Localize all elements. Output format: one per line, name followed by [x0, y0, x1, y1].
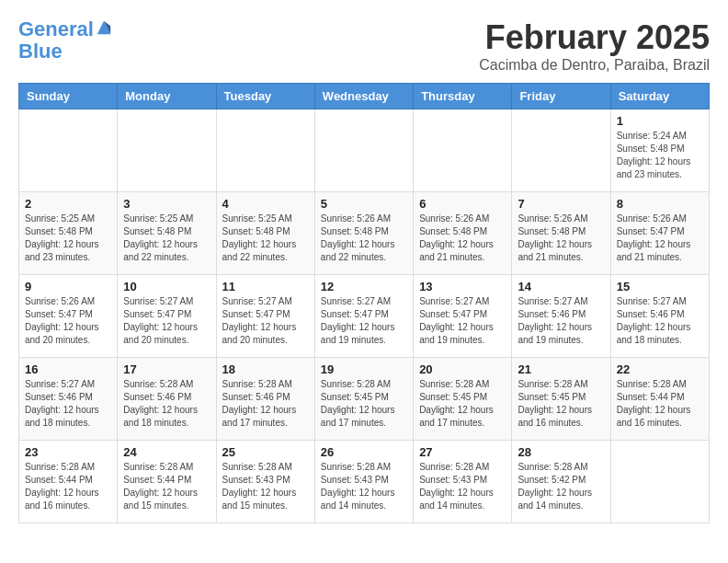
day-number: 24: [123, 445, 210, 459]
day-info: Sunrise: 5:25 AM Sunset: 5:48 PM Dayligh…: [123, 213, 210, 264]
day-of-week-header: Tuesday: [216, 84, 314, 109]
day-info: Sunrise: 5:28 AM Sunset: 5:45 PM Dayligh…: [321, 378, 407, 430]
calendar-cell: 19Sunrise: 5:28 AM Sunset: 5:45 PM Dayli…: [314, 358, 413, 441]
day-info: Sunrise: 5:26 AM Sunset: 5:47 PM Dayligh…: [617, 213, 703, 264]
day-of-week-header: Sunday: [19, 84, 118, 109]
calendar-cell: [512, 109, 610, 192]
day-number: 19: [321, 362, 407, 376]
location-title: Cacimba de Dentro, Paraiba, Brazil: [479, 57, 710, 74]
day-of-week-header: Monday: [118, 84, 216, 109]
calendar-cell: [118, 109, 216, 192]
day-of-week-header: Wednesday: [314, 84, 413, 109]
calendar-cell: 18Sunrise: 5:28 AM Sunset: 5:46 PM Dayli…: [216, 358, 314, 441]
day-info: Sunrise: 5:26 AM Sunset: 5:48 PM Dayligh…: [321, 213, 407, 264]
day-number: 6: [419, 197, 506, 211]
calendar-cell: 24Sunrise: 5:28 AM Sunset: 5:44 PM Dayli…: [118, 441, 216, 523]
calendar-cell: 9Sunrise: 5:26 AM Sunset: 5:47 PM Daylig…: [19, 275, 118, 358]
day-info: Sunrise: 5:27 AM Sunset: 5:46 PM Dayligh…: [518, 295, 604, 347]
day-info: Sunrise: 5:26 AM Sunset: 5:47 PM Dayligh…: [25, 295, 111, 347]
day-info: Sunrise: 5:25 AM Sunset: 5:48 PM Dayligh…: [25, 213, 111, 264]
day-number: 22: [617, 362, 703, 376]
day-info: Sunrise: 5:28 AM Sunset: 5:43 PM Dayligh…: [419, 461, 506, 512]
day-info: Sunrise: 5:28 AM Sunset: 5:44 PM Dayligh…: [617, 378, 703, 430]
day-info: Sunrise: 5:25 AM Sunset: 5:48 PM Dayligh…: [222, 213, 309, 264]
day-info: Sunrise: 5:27 AM Sunset: 5:46 PM Dayligh…: [617, 295, 703, 347]
calendar-cell: 27Sunrise: 5:28 AM Sunset: 5:43 PM Dayli…: [414, 441, 512, 523]
day-info: Sunrise: 5:28 AM Sunset: 5:43 PM Dayligh…: [222, 461, 309, 512]
day-number: 4: [222, 197, 309, 211]
day-number: 10: [123, 280, 210, 293]
day-number: 20: [419, 362, 506, 376]
calendar-cell: [314, 109, 413, 192]
calendar-cell: 1Sunrise: 5:24 AM Sunset: 5:48 PM Daylig…: [610, 109, 709, 192]
day-number: 21: [518, 362, 604, 376]
calendar-cell: 4Sunrise: 5:25 AM Sunset: 5:48 PM Daylig…: [216, 192, 314, 275]
day-number: 8: [617, 197, 703, 211]
day-info: Sunrise: 5:28 AM Sunset: 5:46 PM Dayligh…: [222, 378, 309, 430]
day-info: Sunrise: 5:26 AM Sunset: 5:48 PM Dayligh…: [518, 213, 604, 264]
day-info: Sunrise: 5:24 AM Sunset: 5:48 PM Dayligh…: [617, 130, 703, 181]
calendar-cell: 14Sunrise: 5:27 AM Sunset: 5:46 PM Dayli…: [512, 275, 610, 358]
day-number: 9: [25, 280, 111, 293]
day-info: Sunrise: 5:28 AM Sunset: 5:42 PM Dayligh…: [518, 461, 604, 512]
day-info: Sunrise: 5:27 AM Sunset: 5:47 PM Dayligh…: [123, 295, 210, 347]
day-info: Sunrise: 5:27 AM Sunset: 5:47 PM Dayligh…: [419, 295, 506, 347]
calendar-cell: 13Sunrise: 5:27 AM Sunset: 5:47 PM Dayli…: [414, 275, 512, 358]
day-number: 18: [222, 362, 309, 376]
calendar-cell: 5Sunrise: 5:26 AM Sunset: 5:48 PM Daylig…: [314, 192, 413, 275]
title-section: February 2025 Cacimba de Dentro, Paraiba…: [479, 18, 710, 74]
day-number: 26: [321, 445, 407, 459]
logo: General Blue: [18, 18, 112, 63]
day-number: 11: [222, 280, 309, 293]
calendar-cell: [19, 109, 118, 192]
day-number: 2: [25, 197, 111, 211]
calendar-cell: [414, 109, 512, 192]
calendar-cell: 15Sunrise: 5:27 AM Sunset: 5:46 PM Dayli…: [610, 275, 709, 358]
day-info: Sunrise: 5:28 AM Sunset: 5:44 PM Dayligh…: [123, 461, 210, 512]
day-info: Sunrise: 5:28 AM Sunset: 5:43 PM Dayligh…: [321, 461, 407, 512]
logo-text: General: [18, 18, 94, 40]
logo-icon: [96, 19, 112, 36]
calendar-cell: 17Sunrise: 5:28 AM Sunset: 5:46 PM Dayli…: [118, 358, 216, 441]
day-number: 28: [518, 445, 604, 459]
calendar-cell: [216, 109, 314, 192]
day-number: 16: [25, 362, 111, 376]
day-info: Sunrise: 5:27 AM Sunset: 5:47 PM Dayligh…: [321, 295, 407, 347]
calendar-cell: 16Sunrise: 5:27 AM Sunset: 5:46 PM Dayli…: [19, 358, 118, 441]
day-info: Sunrise: 5:28 AM Sunset: 5:44 PM Dayligh…: [25, 461, 111, 512]
day-number: 23: [25, 445, 111, 459]
day-number: 1: [617, 114, 703, 128]
calendar-cell: 10Sunrise: 5:27 AM Sunset: 5:47 PM Dayli…: [118, 275, 216, 358]
day-info: Sunrise: 5:27 AM Sunset: 5:46 PM Dayligh…: [25, 378, 111, 430]
calendar-cell: 12Sunrise: 5:27 AM Sunset: 5:47 PM Dayli…: [314, 275, 413, 358]
calendar-cell: 22Sunrise: 5:28 AM Sunset: 5:44 PM Dayli…: [610, 358, 709, 441]
month-title: February 2025: [479, 18, 710, 57]
calendar-cell: 23Sunrise: 5:28 AM Sunset: 5:44 PM Dayli…: [19, 441, 118, 523]
day-number: 3: [123, 197, 210, 211]
calendar-cell: 21Sunrise: 5:28 AM Sunset: 5:45 PM Dayli…: [512, 358, 610, 441]
page-header: General Blue February 2025 Cacimba de De…: [18, 18, 710, 74]
day-info: Sunrise: 5:26 AM Sunset: 5:48 PM Dayligh…: [419, 213, 506, 264]
calendar-cell: 25Sunrise: 5:28 AM Sunset: 5:43 PM Dayli…: [216, 441, 314, 523]
calendar-table: SundayMondayTuesdayWednesdayThursdayFrid…: [18, 83, 710, 523]
day-of-week-header: Friday: [512, 84, 610, 109]
day-info: Sunrise: 5:27 AM Sunset: 5:47 PM Dayligh…: [222, 295, 309, 347]
calendar-cell: 8Sunrise: 5:26 AM Sunset: 5:47 PM Daylig…: [610, 192, 709, 275]
calendar-cell: 20Sunrise: 5:28 AM Sunset: 5:45 PM Dayli…: [414, 358, 512, 441]
day-number: 13: [419, 280, 506, 293]
day-number: 12: [321, 280, 407, 293]
day-info: Sunrise: 5:28 AM Sunset: 5:45 PM Dayligh…: [419, 378, 506, 430]
day-of-week-header: Saturday: [610, 84, 709, 109]
day-number: 27: [419, 445, 506, 459]
day-number: 7: [518, 197, 604, 211]
calendar-cell: 6Sunrise: 5:26 AM Sunset: 5:48 PM Daylig…: [414, 192, 512, 275]
calendar-cell: 2Sunrise: 5:25 AM Sunset: 5:48 PM Daylig…: [19, 192, 118, 275]
day-number: 15: [617, 280, 703, 293]
calendar-cell: 7Sunrise: 5:26 AM Sunset: 5:48 PM Daylig…: [512, 192, 610, 275]
day-number: 5: [321, 197, 407, 211]
calendar-cell: 28Sunrise: 5:28 AM Sunset: 5:42 PM Dayli…: [512, 441, 610, 523]
calendar-cell: 11Sunrise: 5:27 AM Sunset: 5:47 PM Dayli…: [216, 275, 314, 358]
calendar-cell: [610, 441, 709, 523]
day-of-week-header: Thursday: [414, 84, 512, 109]
day-info: Sunrise: 5:28 AM Sunset: 5:46 PM Dayligh…: [123, 378, 210, 430]
